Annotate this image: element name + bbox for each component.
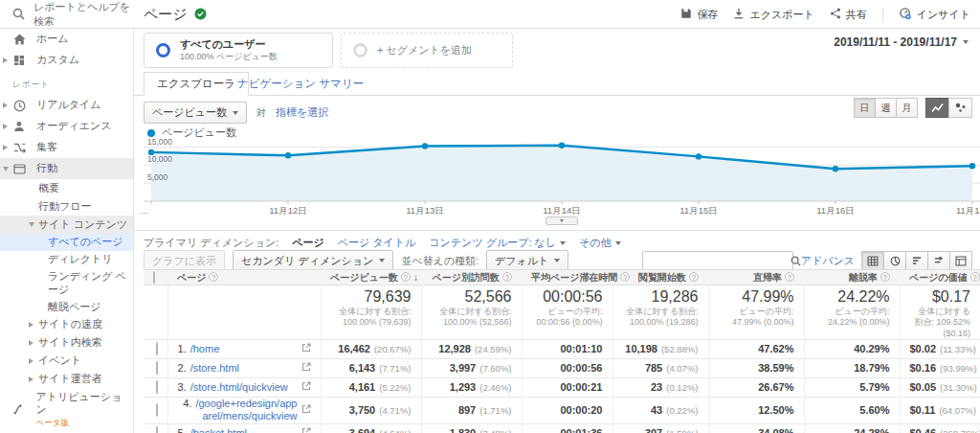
help-icon[interactable]: ? [880,272,890,282]
add-segment-button[interactable]: + セグメントを追加 [341,33,513,68]
dimension-content-group[interactable]: コンテンツ グループ: なし [429,236,566,250]
row-checkbox[interactable] [156,403,158,417]
sidebar-item-5[interactable]: 集客 [0,137,133,158]
page-link[interactable]: /store.html [190,362,239,374]
line-chart-button[interactable] [925,98,949,118]
cell-value: 34.08% [758,427,793,433]
metric-dropdown[interactable]: ページビュー数 [144,102,247,124]
segment-all-users[interactable]: すべてのユーザー 100.00% ページビュー数 [144,33,333,68]
pivot-view-button[interactable] [949,251,972,270]
help-icon[interactable]: ? [401,272,411,282]
column-header-5[interactable]: 直帰率? [708,270,804,285]
performance-view-button[interactable] [905,251,928,270]
dimension-page[interactable]: ページ [292,236,324,250]
help-icon[interactable]: ? [209,272,218,282]
row-checkbox[interactable] [156,380,158,394]
cell-value: 00:00:20 [560,404,602,416]
column-header-7[interactable]: ページの価値? [900,270,980,285]
share-button[interactable]: 共有 [830,8,867,22]
comparison-view-button[interactable] [927,251,950,270]
total-sub: 全体に対する割合: 100.00% (79,639) [331,307,412,329]
page-link[interactable]: /home [190,343,220,354]
help-icon[interactable]: ? [620,272,630,282]
metric-cell: 12,928(24.59%) [421,339,522,358]
table-row: 5./basket.html3,694(4.64%)1,830(3.48%)00… [144,423,980,433]
help-icon[interactable]: ? [502,272,512,282]
granularity-button-2[interactable]: 月 [896,98,918,118]
save-button[interactable]: 保存 [680,8,718,22]
dimension-other[interactable]: その他 [579,236,621,250]
sidebar-item-8[interactable]: 行動フロー [0,197,133,216]
open-page-icon[interactable] [301,362,311,374]
sidebar-item-15[interactable]: サイト内検索 [0,334,133,353]
open-page-icon[interactable] [301,427,311,433]
advanced-link[interactable]: アドバンス [801,254,855,268]
sidebar-item-11[interactable]: ディレクトリ [0,251,133,268]
cell-percent: (2.46%) [479,382,511,393]
help-icon[interactable]: ? [970,272,980,282]
sidebar-item-14[interactable]: サイトの速度 [0,316,133,334]
table-search-input[interactable] [643,253,791,269]
open-page-icon[interactable] [301,381,311,393]
granularity-button-0[interactable]: 日 [854,98,876,118]
sidebar-item-16[interactable]: イベント [0,353,133,371]
page-link[interactable]: /google+redesign/apparel/mens/quickview [195,398,297,422]
data-view-button[interactable] [861,251,884,270]
sidebar-item-0[interactable]: ホーム [0,29,133,50]
search-placeholder: レポートとヘルプを検索 [33,0,134,29]
sidebar-item-19[interactable]: 発見 [0,430,133,433]
sidebar-item-9[interactable]: サイト コンテンツ [0,216,133,234]
page-link[interactable]: /store.html/quickview [190,381,288,393]
percentage-view-button[interactable] [883,251,906,270]
sidebar-item-12[interactable]: ランディング ページ [0,268,133,299]
tab-explorer[interactable]: エクスプローラ [144,72,249,96]
column-header-6[interactable]: 離脱率? [804,270,900,285]
sidebar-item-6[interactable]: 行動 [0,158,133,179]
metric-cell: 26.67% [708,377,804,397]
column-header-3[interactable]: 平均ページ滞在時間? [522,270,612,285]
total-sub: 全体に対する割合: 100.00% (19,286) [623,307,699,329]
beta-badge: ベータ版 [35,418,129,428]
chevron-right-icon [29,322,33,328]
help-icon[interactable]: ? [785,272,794,282]
page-link[interactable]: /basket.html [190,427,247,433]
date-range-selector[interactable]: 2019/11/11 - 2019/11/17 [834,35,969,49]
cell-value: 897 [458,404,476,416]
help-icon[interactable]: ? [689,272,699,282]
select-all-checkbox[interactable] [153,271,155,284]
sidebar-item-3[interactable]: リアルタイム [0,95,133,116]
report-search[interactable]: レポートとヘルプを検索 [0,0,134,29]
cell-value: 1,293 [450,381,477,393]
granularity-button-1[interactable]: 週 [875,98,897,118]
open-page-icon[interactable] [301,343,311,354]
sidebar-item-13[interactable]: 離脱ページ [0,299,133,316]
column-header-0[interactable]: ページ? [167,270,321,285]
report-tabs: エクスプローラ ナビゲーション サマリー [134,76,980,96]
sidebar-item-10[interactable]: すべてのページ [0,234,133,251]
tab-navigation-summary[interactable]: ナビゲーション サマリー [237,77,364,91]
select-metric-link[interactable]: 指標を選択 [276,105,328,120]
dimension-page-title[interactable]: ページ タイトル [338,236,416,250]
sidebar-item-17[interactable]: サイト運営者 [0,371,133,389]
sort-desc-icon[interactable]: ↓ [413,272,418,283]
total-page_value: $0.17全体に対する割合: 109.52% ($0.16) [900,285,980,340]
metric-cell: 10,198(52.88%) [612,339,708,358]
export-button[interactable]: エクスポート [733,8,813,22]
row-checkbox[interactable] [156,342,158,355]
sidebar-item-1[interactable]: カスタム [0,50,133,71]
cell-percent: (31.30%) [940,382,977,393]
column-header-1[interactable]: ページビュー数?↓ [321,270,421,285]
sidebar-item-4[interactable]: オーディエンス [0,116,133,137]
cell-percent: (4.64%) [379,428,411,433]
sidebar-item-18[interactable]: アトリビューションベータ版 [0,389,133,430]
row-checkbox[interactable] [156,361,158,375]
insight-button[interactable]: インサイト [899,8,970,22]
column-header-2[interactable]: ページ別訪問数? [421,270,522,285]
toolbar-separator [882,8,883,22]
sidebar-item-7[interactable]: 概要 [0,179,133,197]
motion-chart-button[interactable] [948,98,972,118]
open-page-icon[interactable] [301,404,311,416]
row-checkbox[interactable] [156,426,158,433]
pageviews-line-chart[interactable]: 5,00010,00015,000 [144,136,980,203]
chart-scroll-handle[interactable] [546,216,578,225]
